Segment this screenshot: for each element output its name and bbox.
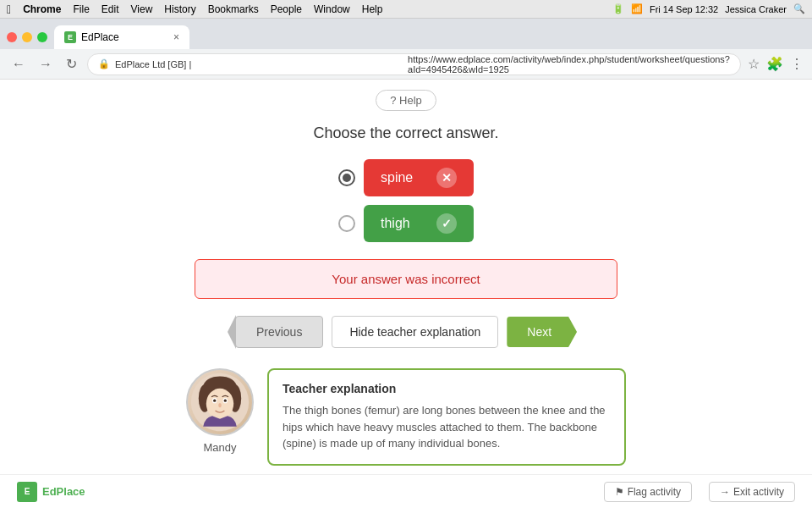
reload-button[interactable]: ↻ — [63, 54, 80, 74]
lock-icon: 🔒 — [98, 58, 110, 69]
menu-history[interactable]: History — [164, 3, 195, 15]
tab-close-button[interactable]: × — [173, 31, 179, 43]
radio-inner-spine — [343, 174, 351, 182]
footer-logo-icon: E — [17, 482, 37, 502]
result-banner: Your answer was incorrect — [195, 259, 617, 299]
footer-logo-text: EdPlace — [42, 485, 85, 498]
back-button[interactable]: ← — [8, 55, 29, 74]
menu-file[interactable]: File — [73, 3, 89, 15]
nav-buttons: Previous Hide teacher explanation Next — [0, 316, 812, 348]
search-icon[interactable]: 🔍 — [793, 3, 805, 14]
footer-right: ⚑ Flag activity → Exit activity — [604, 482, 795, 502]
extensions-icon[interactable]: 🧩 — [766, 56, 783, 72]
user-name: Jessica Craker — [725, 4, 787, 14]
option-thigh-icon: ✓ — [436, 213, 457, 234]
site-label: EdPlace Ltd [GB] | — [115, 59, 403, 69]
menu-bar-right: 🔋 📶 Fri 14 Sep 12:32 Jessica Craker 🔍 — [612, 3, 805, 14]
flag-label: Flag activity — [628, 486, 681, 498]
page-content: ? Help Choose the correct answer. spine … — [0, 80, 812, 508]
svg-point-8 — [224, 400, 227, 402]
menu-people[interactable]: People — [271, 3, 302, 15]
option-thigh-button[interactable]: thigh ✓ — [364, 205, 474, 242]
menu-window[interactable]: Window — [314, 3, 350, 15]
tab-title: EdPlace — [81, 31, 119, 43]
svg-point-7 — [213, 400, 216, 402]
tab-bar: E EdPlace × — [0, 19, 812, 49]
option-row-thigh: thigh ✓ — [338, 205, 474, 242]
menu-help[interactable]: Help — [362, 3, 383, 15]
option-spine-label: spine — [381, 170, 413, 185]
help-btn-container: ? Help — [0, 80, 812, 118]
exit-label: Exit activity — [733, 486, 784, 498]
menu-edit[interactable]: Edit — [102, 3, 119, 15]
radio-thigh[interactable] — [338, 215, 355, 232]
teacher-name: Mandy — [203, 441, 236, 454]
menu-bookmarks[interactable]: Bookmarks — [208, 3, 259, 15]
flag-icon: ⚑ — [615, 486, 624, 498]
hide-explanation-button[interactable]: Hide teacher explanation — [332, 316, 498, 348]
address-bar: ← → ↻ 🔒 EdPlace Ltd [GB] | https://www.e… — [0, 49, 812, 80]
footer: E EdPlace ⚑ Flag activity → Exit activit… — [0, 474, 812, 508]
menu-view[interactable]: View — [131, 3, 153, 15]
menu-bar:  Chrome File Edit View History Bookmark… — [0, 0, 812, 19]
teacher-section: Mandy Teacher explanation The thigh bone… — [186, 368, 626, 483]
teacher-illustration — [189, 372, 250, 433]
option-thigh-label: thigh — [381, 216, 410, 231]
exit-activity-button[interactable]: → Exit activity — [709, 482, 795, 502]
wifi-icon: 📶 — [631, 3, 643, 14]
radio-spine[interactable] — [338, 169, 355, 186]
result-message: Your answer was incorrect — [332, 272, 480, 286]
next-button[interactable]: Next — [507, 317, 577, 347]
apple-logo:  — [7, 3, 11, 16]
options-container: spine ✕ thigh ✓ — [0, 159, 812, 242]
option-spine-icon: ✕ — [436, 168, 457, 188]
maximize-window-button[interactable] — [37, 32, 47, 42]
url-bar[interactable]: 🔒 EdPlace Ltd [GB] | https://www.edplace… — [87, 53, 741, 75]
flag-activity-button[interactable]: ⚑ Flag activity — [604, 482, 692, 502]
teacher-avatar — [186, 368, 254, 436]
question-title: Choose the correct answer. — [0, 124, 812, 142]
datetime: Fri 14 Sep 12:32 — [650, 4, 718, 14]
explanation-text: The thigh bones (femur) are long bones b… — [283, 402, 611, 452]
window-controls[interactable] — [7, 32, 47, 49]
toolbar-right: ☆ 🧩 ⋮ — [748, 56, 804, 72]
browser-tab[interactable]: E EdPlace × — [54, 25, 189, 49]
close-window-button[interactable] — [7, 32, 17, 42]
tab-favicon: E — [64, 31, 76, 43]
svg-point-9 — [218, 403, 222, 407]
help-button[interactable]: ? Help — [376, 90, 436, 111]
bookmark-icon[interactable]: ☆ — [748, 56, 760, 72]
forward-button[interactable]: → — [36, 55, 56, 74]
option-spine-button[interactable]: spine ✕ — [364, 159, 474, 196]
exit-icon: → — [720, 486, 730, 498]
option-row-spine: spine ✕ — [338, 159, 474, 196]
teacher-avatar-container: Mandy — [186, 368, 254, 454]
previous-button[interactable]: Previous — [235, 316, 323, 348]
explanation-title: Teacher explanation — [283, 382, 611, 395]
url-text: https://www.edplace.com/activity/web/ind… — [408, 54, 730, 75]
battery-icon: 🔋 — [612, 3, 624, 14]
menu-app-name[interactable]: Chrome — [23, 3, 61, 15]
explanation-box: Teacher explanation The thigh bones (fem… — [267, 368, 626, 466]
menu-icon[interactable]: ⋮ — [790, 56, 804, 72]
footer-logo: E EdPlace — [17, 482, 85, 502]
minimize-window-button[interactable] — [22, 32, 32, 42]
